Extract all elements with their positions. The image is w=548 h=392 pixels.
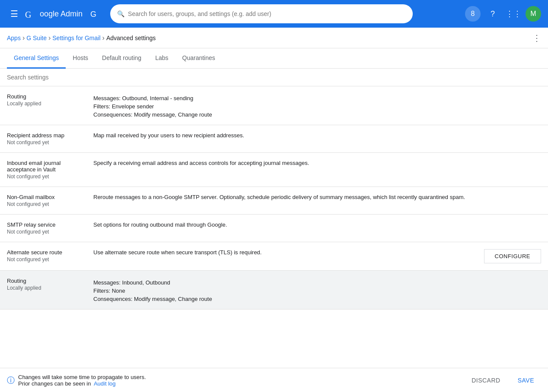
footer-message: Changes will take some time to propagate…	[18, 374, 461, 387]
settings-desc-alternate: Use alternate secure route when secure t…	[93, 249, 477, 256]
detail-line-6-1: Filters: None	[93, 288, 541, 294]
settings-sublabel-journal: Not configured yet	[7, 174, 86, 180]
detail-key-0-1: Filters:	[93, 103, 110, 110]
detail-line-0-0: Messages: Outbound, Internal - sending	[93, 95, 541, 101]
topbar-brand: Google Admin	[25, 7, 83, 20]
footer-audit-text: Prior changes can be seen in	[18, 380, 91, 387]
detail-val-6-0: Inbound, Outbound	[122, 279, 170, 286]
settings-label-col-alternate: Alternate secure route Not configured ye…	[7, 249, 93, 262]
status-icon[interactable]: 8	[465, 6, 481, 22]
save-button[interactable]: SAVE	[511, 373, 541, 387]
settings-content-routing-top: Messages: Outbound, Internal - sending F…	[93, 93, 541, 118]
settings-desc-smtp: Set options for routing outbound mail th…	[93, 221, 541, 228]
svg-text:G: G	[25, 10, 31, 19]
detail-key-6-0: Messages:	[93, 279, 121, 286]
footer: ⓘ Changes will take some time to propaga…	[0, 368, 548, 392]
configure-button[interactable]: CONFIGURE	[484, 249, 542, 263]
tab-hosts[interactable]: Hosts	[66, 48, 95, 69]
settings-sublabel-alternate: Not configured yet	[7, 256, 86, 262]
settings-label-journal: Inbound email journal acceptance in Vaul…	[7, 160, 86, 173]
search-input[interactable]	[128, 10, 406, 17]
search-bar: 🔍	[110, 4, 413, 23]
audit-log-link[interactable]: Audit log	[94, 380, 116, 387]
svg-text:G: G	[90, 10, 96, 19]
settings-label-alternate: Alternate secure route	[7, 249, 86, 256]
settings-row-routing-bottom: Routing Locally applied Messages: Inboun…	[0, 271, 548, 310]
tabs-bar: General Settings Hosts Default routing L…	[0, 48, 548, 69]
settings-content-alternate: Use alternate secure route when secure t…	[93, 249, 477, 256]
settings-content-non-gmail: Reroute messages to a non-Google SMTP se…	[93, 194, 541, 200]
breadcrumb-apps[interactable]: Apps	[7, 35, 21, 41]
settings-label-smtp: SMTP relay service	[7, 221, 86, 228]
settings-sublabel-smtp: Not configured yet	[7, 229, 86, 235]
breadcrumb: Apps › G Suite › Settings for Gmail › Ad…	[0, 28, 548, 48]
apps-icon[interactable]: ⋮⋮	[505, 5, 522, 22]
settings-content: Routing Locally applied Messages: Outbou…	[0, 86, 548, 334]
detail-line-0-1: Filters: Envelope sender	[93, 103, 541, 110]
settings-label-col-routing-bottom: Routing Locally applied	[7, 278, 93, 291]
footer-info-text: Changes will take some time to propagate…	[18, 374, 146, 380]
topbar: ☰ Google Admin Google Google Admin G 🔍 8…	[0, 0, 548, 28]
detail-val-0-1: Envelope sender	[112, 103, 154, 110]
breadcrumb-current: Advanced settings	[106, 35, 156, 41]
settings-sublabel-routing-bottom: Locally applied	[7, 285, 86, 291]
settings-sublabel-recipient: Not configured yet	[7, 139, 86, 145]
settings-label-col-recipient: Recipient address map Not configured yet	[7, 132, 93, 145]
settings-label-non-gmail: Non-Gmail mailbox	[7, 194, 86, 200]
help-icon[interactable]: ?	[484, 5, 501, 22]
settings-label-col-journal: Inbound email journal acceptance in Vaul…	[7, 160, 93, 180]
settings-content-smtp: Set options for routing outbound mail th…	[93, 221, 541, 228]
detail-key-0-0: Messages:	[93, 95, 121, 101]
detail-val-0-2: Modify message, Change route	[134, 111, 212, 118]
settings-desc-journal: Specify a receiving email address and ac…	[93, 160, 541, 166]
detail-line-6-2: Consequences: Modify message, Change rou…	[93, 296, 541, 302]
search-icon: 🔍	[117, 10, 124, 17]
settings-desc-non-gmail: Reroute messages to a non-Google SMTP se…	[93, 194, 541, 200]
more-options-icon[interactable]: ⋮	[532, 33, 541, 43]
breadcrumb-gsuite[interactable]: G Suite	[26, 35, 47, 41]
detail-line-0-2: Consequences: Modify message, Change rou…	[93, 111, 541, 118]
topbar-actions: 8 ? ⋮⋮ M	[465, 5, 541, 22]
settings-sublabel-non-gmail: Not configured yet	[7, 201, 86, 207]
settings-label-col-smtp: SMTP relay service Not configured yet	[7, 221, 93, 235]
detail-key-6-2: Consequences:	[93, 296, 132, 302]
search-settings-wrap	[0, 69, 548, 86]
settings-row-recipient-address-map: Recipient address map Not configured yet…	[0, 125, 548, 153]
breadcrumb-sep-3: ›	[102, 34, 105, 42]
settings-content-routing-bottom: Messages: Inbound, Outbound Filters: Non…	[93, 278, 541, 302]
settings-content-recipient: Map mail received by your users to new r…	[93, 132, 541, 139]
settings-row-smtp-relay: SMTP relay service Not configured yet Se…	[0, 215, 548, 242]
avatar[interactable]: M	[526, 6, 541, 22]
settings-row-routing-top: Routing Locally applied Messages: Outbou…	[0, 86, 548, 125]
settings-content-journal: Specify a receiving email address and ac…	[93, 160, 541, 166]
settings-label-routing-bottom: Routing	[7, 278, 86, 284]
settings-sublabel-routing-top: Locally applied	[7, 101, 86, 107]
search-settings-input[interactable]	[7, 72, 541, 82]
detail-line-6-0: Messages: Inbound, Outbound	[93, 279, 541, 286]
settings-row-inbound-journal: Inbound email journal acceptance in Vaul…	[0, 153, 548, 187]
settings-label-recipient: Recipient address map	[7, 132, 86, 139]
settings-row-alternate-secure: Alternate secure route Not configured ye…	[0, 242, 548, 271]
detail-val-6-2: Modify message, Change route	[134, 296, 212, 302]
tab-labs[interactable]: Labs	[148, 48, 175, 69]
menu-icon[interactable]: ☰	[7, 5, 22, 22]
detail-key-0-2: Consequences:	[93, 111, 132, 118]
tab-quarantines[interactable]: Quarantines	[175, 48, 222, 69]
tab-general-settings[interactable]: General Settings	[7, 48, 66, 69]
detail-val-0-0: Outbound, Internal - sending	[122, 95, 194, 101]
settings-action-alternate: CONFIGURE	[477, 249, 542, 263]
detail-key-6-1: Filters:	[93, 288, 110, 294]
breadcrumb-sep-1: ›	[22, 34, 25, 42]
discard-button[interactable]: DISCARD	[465, 373, 507, 387]
breadcrumb-sep-2: ›	[48, 34, 51, 42]
info-icon: ⓘ	[7, 375, 15, 386]
google-logo-icon: G	[89, 8, 102, 20]
detail-val-6-1: None	[112, 288, 125, 294]
settings-desc-recipient: Map mail received by your users to new r…	[93, 132, 541, 139]
settings-label-col-non-gmail: Non-Gmail mailbox Not configured yet	[7, 194, 93, 207]
tab-default-routing[interactable]: Default routing	[95, 48, 148, 69]
settings-row-non-gmail: Non-Gmail mailbox Not configured yet Rer…	[0, 187, 548, 215]
settings-label-col-routing-top: Routing Locally applied	[7, 93, 93, 107]
breadcrumb-settings-gmail[interactable]: Settings for Gmail	[52, 35, 100, 41]
settings-label-routing-top: Routing	[7, 93, 86, 100]
